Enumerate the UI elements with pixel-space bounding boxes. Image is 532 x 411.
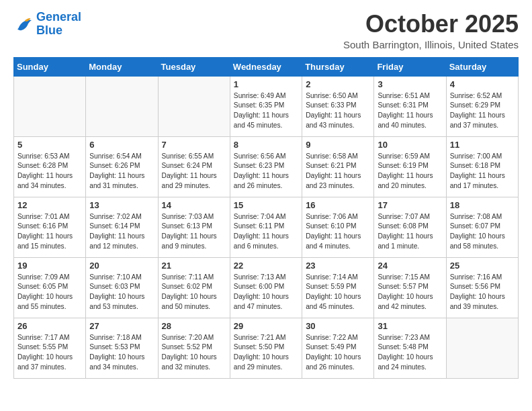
day-number: 23 [306, 261, 370, 271]
day-info: Sunrise: 7:22 AMSunset: 5:49 PMDaylight:… [306, 333, 370, 373]
calendar-cell: 11Sunrise: 7:00 AMSunset: 6:18 PMDayligh… [446, 136, 518, 197]
day-number: 31 [378, 321, 442, 331]
calendar-week-row: 19Sunrise: 7:09 AMSunset: 6:05 PMDayligh… [14, 257, 519, 318]
calendar-week-row: 26Sunrise: 7:17 AMSunset: 5:55 PMDayligh… [14, 318, 519, 378]
calendar-cell: 15Sunrise: 7:04 AMSunset: 6:11 PMDayligh… [230, 197, 302, 257]
day-info: Sunrise: 7:08 AMSunset: 6:07 PMDaylight:… [450, 212, 515, 252]
calendar-cell: 29Sunrise: 7:21 AMSunset: 5:50 PMDayligh… [230, 318, 302, 378]
calendar-cell: 1Sunrise: 6:49 AMSunset: 6:35 PMDaylight… [230, 76, 302, 136]
day-info: Sunrise: 7:13 AMSunset: 6:00 PMDaylight:… [234, 273, 298, 312]
day-info: Sunrise: 7:18 AMSunset: 5:53 PMDaylight:… [89, 333, 154, 373]
logo-icon [13, 14, 34, 34]
day-info: Sunrise: 7:00 AMSunset: 6:18 PMDaylight:… [450, 152, 515, 191]
weekday-header-sunday: Sunday [14, 57, 86, 76]
calendar-cell: 18Sunrise: 7:08 AMSunset: 6:07 PMDayligh… [446, 197, 518, 257]
calendar-cell: 30Sunrise: 7:22 AMSunset: 5:49 PMDayligh… [302, 318, 374, 378]
day-number: 11 [450, 140, 515, 150]
calendar-cell: 23Sunrise: 7:14 AMSunset: 5:59 PMDayligh… [302, 257, 374, 318]
day-info: Sunrise: 7:10 AMSunset: 6:03 PMDaylight:… [89, 273, 154, 312]
day-info: Sunrise: 7:01 AMSunset: 6:16 PMDaylight:… [17, 212, 82, 252]
day-number: 8 [234, 140, 298, 150]
day-number: 9 [306, 140, 370, 150]
calendar-cell [86, 76, 158, 136]
weekday-header-saturday: Saturday [446, 57, 518, 76]
day-info: Sunrise: 6:55 AMSunset: 6:24 PMDaylight:… [162, 152, 226, 191]
calendar-cell: 2Sunrise: 6:50 AMSunset: 6:33 PMDaylight… [302, 76, 374, 136]
day-info: Sunrise: 7:23 AMSunset: 5:48 PMDaylight:… [378, 333, 442, 373]
day-info: Sunrise: 6:59 AMSunset: 6:19 PMDaylight:… [378, 152, 442, 191]
day-number: 6 [89, 140, 154, 150]
day-info: Sunrise: 7:07 AMSunset: 6:08 PMDaylight:… [378, 212, 442, 252]
day-number: 17 [378, 200, 442, 210]
day-info: Sunrise: 6:54 AMSunset: 6:26 PMDaylight:… [89, 152, 154, 191]
day-number: 20 [89, 261, 154, 271]
month-title: October 2025 [343, 11, 519, 38]
day-info: Sunrise: 6:58 AMSunset: 6:21 PMDaylight:… [306, 152, 370, 191]
weekday-header-tuesday: Tuesday [158, 57, 230, 76]
location-subtitle: South Barrington, Illinois, United State… [343, 39, 519, 50]
weekday-header-thursday: Thursday [302, 57, 374, 76]
calendar-cell: 9Sunrise: 6:58 AMSunset: 6:21 PMDaylight… [302, 136, 374, 197]
day-number: 29 [234, 321, 298, 331]
day-info: Sunrise: 6:49 AMSunset: 6:35 PMDaylight:… [234, 91, 298, 131]
calendar-table: SundayMondayTuesdayWednesdayThursdayFrid… [13, 57, 519, 379]
day-info: Sunrise: 7:20 AMSunset: 5:52 PMDaylight:… [162, 333, 226, 373]
calendar-cell: 7Sunrise: 6:55 AMSunset: 6:24 PMDaylight… [158, 136, 230, 197]
calendar-cell: 8Sunrise: 6:56 AMSunset: 6:23 PMDaylight… [230, 136, 302, 197]
calendar-cell: 13Sunrise: 7:02 AMSunset: 6:14 PMDayligh… [86, 197, 158, 257]
calendar-cell: 14Sunrise: 7:03 AMSunset: 6:13 PMDayligh… [158, 197, 230, 257]
weekday-header-wednesday: Wednesday [230, 57, 302, 76]
calendar-cell [14, 76, 86, 136]
calendar-cell: 20Sunrise: 7:10 AMSunset: 6:03 PMDayligh… [86, 257, 158, 318]
calendar-cell: 31Sunrise: 7:23 AMSunset: 5:48 PMDayligh… [374, 318, 446, 378]
day-info: Sunrise: 7:09 AMSunset: 6:05 PMDaylight:… [17, 273, 82, 312]
day-number: 1 [234, 79, 298, 89]
day-info: Sunrise: 7:15 AMSunset: 5:57 PMDaylight:… [378, 273, 442, 312]
logo-text: General Blue [36, 11, 81, 38]
calendar-cell: 4Sunrise: 6:52 AMSunset: 6:29 PMDaylight… [446, 76, 518, 136]
day-info: Sunrise: 7:03 AMSunset: 6:13 PMDaylight:… [162, 212, 226, 252]
day-number: 22 [234, 261, 298, 271]
calendar-week-row: 5Sunrise: 6:53 AMSunset: 6:28 PMDaylight… [14, 136, 519, 197]
calendar-cell: 3Sunrise: 6:51 AMSunset: 6:31 PMDaylight… [374, 76, 446, 136]
day-info: Sunrise: 7:06 AMSunset: 6:10 PMDaylight:… [306, 212, 370, 252]
weekday-header-row: SundayMondayTuesdayWednesdayThursdayFrid… [14, 57, 519, 76]
day-info: Sunrise: 7:21 AMSunset: 5:50 PMDaylight:… [234, 333, 298, 373]
calendar-cell [446, 318, 518, 378]
calendar-cell: 12Sunrise: 7:01 AMSunset: 6:16 PMDayligh… [14, 197, 86, 257]
calendar-cell: 19Sunrise: 7:09 AMSunset: 6:05 PMDayligh… [14, 257, 86, 318]
day-info: Sunrise: 7:02 AMSunset: 6:14 PMDaylight:… [89, 212, 154, 252]
day-number: 16 [306, 200, 370, 210]
calendar-cell: 21Sunrise: 7:11 AMSunset: 6:02 PMDayligh… [158, 257, 230, 318]
day-number: 13 [89, 200, 154, 210]
day-number: 15 [234, 200, 298, 210]
calendar-cell: 26Sunrise: 7:17 AMSunset: 5:55 PMDayligh… [14, 318, 86, 378]
day-number: 5 [17, 140, 82, 150]
day-number: 3 [378, 79, 442, 89]
calendar-cell [158, 76, 230, 136]
day-info: Sunrise: 7:17 AMSunset: 5:55 PMDaylight:… [17, 333, 82, 373]
day-number: 4 [450, 79, 515, 89]
day-info: Sunrise: 6:52 AMSunset: 6:29 PMDaylight:… [450, 91, 515, 131]
calendar-cell: 6Sunrise: 6:54 AMSunset: 6:26 PMDaylight… [86, 136, 158, 197]
day-info: Sunrise: 7:04 AMSunset: 6:11 PMDaylight:… [234, 212, 298, 252]
day-number: 24 [378, 261, 442, 271]
day-info: Sunrise: 6:56 AMSunset: 6:23 PMDaylight:… [234, 152, 298, 191]
day-number: 19 [17, 261, 82, 271]
calendar-cell: 25Sunrise: 7:16 AMSunset: 5:56 PMDayligh… [446, 257, 518, 318]
day-info: Sunrise: 7:11 AMSunset: 6:02 PMDaylight:… [162, 273, 226, 312]
day-number: 7 [162, 140, 226, 150]
day-number: 21 [162, 261, 226, 271]
day-number: 27 [89, 321, 154, 331]
calendar-cell: 16Sunrise: 7:06 AMSunset: 6:10 PMDayligh… [302, 197, 374, 257]
day-info: Sunrise: 6:53 AMSunset: 6:28 PMDaylight:… [17, 152, 82, 191]
day-number: 14 [162, 200, 226, 210]
calendar-cell: 22Sunrise: 7:13 AMSunset: 6:00 PMDayligh… [230, 257, 302, 318]
weekday-header-friday: Friday [374, 57, 446, 76]
day-info: Sunrise: 7:14 AMSunset: 5:59 PMDaylight:… [306, 273, 370, 312]
weekday-header-monday: Monday [86, 57, 158, 76]
calendar-week-row: 12Sunrise: 7:01 AMSunset: 6:16 PMDayligh… [14, 197, 519, 257]
day-number: 10 [378, 140, 442, 150]
logo: General Blue [13, 11, 81, 38]
calendar-week-row: 1Sunrise: 6:49 AMSunset: 6:35 PMDaylight… [14, 76, 519, 136]
